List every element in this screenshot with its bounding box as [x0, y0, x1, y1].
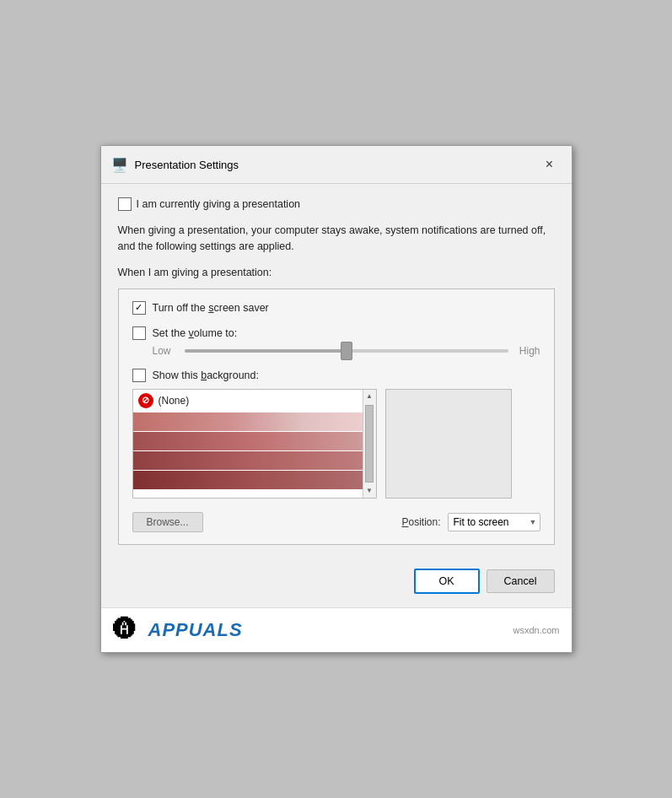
main-checkbox[interactable] — [118, 197, 132, 211]
dialog-content: I am currently giving a presentation Whe… — [101, 184, 572, 558]
position-label: Position: — [401, 516, 440, 528]
low-label: Low — [153, 345, 176, 357]
brand-icon: 🅐 — [113, 615, 143, 645]
position-area: Position: Fit to screen Center Tile Stre… — [401, 513, 540, 531]
title-bar: 🖥️ Presentation Settings × — [101, 146, 572, 184]
slider-container: Low High — [153, 345, 540, 357]
brand-name: APPUALS — [148, 619, 243, 641]
background-top: Show this background: — [132, 369, 540, 382]
window-title: Presentation Settings — [135, 159, 239, 171]
volume-row: Set the volume to: Low High — [132, 326, 540, 357]
ok-button[interactable]: OK — [414, 569, 480, 594]
cancel-button[interactable]: Cancel — [487, 569, 555, 593]
none-label: (None) — [159, 395, 190, 407]
section-label: When I am giving a presentation: — [118, 267, 555, 278]
settings-box: Turn off the screen saver Set the volume… — [118, 288, 555, 545]
title-bar-left: 🖥️ Presentation Settings — [111, 158, 239, 171]
slider-thumb[interactable] — [341, 342, 352, 360]
slider-fill — [185, 349, 347, 353]
brand-url: wsxdn.com — [513, 625, 559, 635]
browse-button[interactable]: Browse... — [132, 512, 203, 532]
high-label: High — [517, 345, 540, 357]
background-checkbox[interactable] — [132, 369, 146, 382]
scroll-down-arrow[interactable]: ▼ — [363, 484, 376, 498]
close-button[interactable]: × — [538, 153, 562, 176]
list-item[interactable]: ⊘ (None) — [133, 390, 376, 412]
list-item[interactable] — [133, 432, 376, 450]
bottom-controls: Browse... Position: Fit to screen Center… — [132, 512, 540, 532]
volume-top: Set the volume to: — [132, 326, 540, 340]
scroll-thumb[interactable] — [365, 405, 374, 483]
dialog-window: 🖥️ Presentation Settings × I am currentl… — [100, 145, 573, 653]
background-panels: ⊘ (None) ▲ ▼ — [132, 389, 540, 499]
no-icon: ⊘ — [138, 393, 153, 408]
main-checkbox-label: I am currently giving a presentation — [137, 198, 301, 210]
background-section: Show this background: ⊘ (None) — [132, 369, 540, 532]
description-text: When giving a presentation, your compute… — [118, 223, 555, 255]
branding-bar: 🅐 APPUALS wsxdn.com — [101, 607, 572, 652]
volume-label: Set the volume to: — [153, 327, 238, 339]
position-select[interactable]: Fit to screen Center Tile Stretch Fill S… — [448, 513, 540, 531]
background-list[interactable]: ⊘ (None) ▲ ▼ — [132, 389, 377, 499]
list-item[interactable] — [133, 412, 376, 431]
main-checkbox-row: I am currently giving a presentation — [118, 197, 555, 211]
screen-saver-checkbox[interactable] — [132, 301, 146, 315]
select-wrapper: Fit to screen Center Tile Stretch Fill S… — [448, 513, 540, 531]
scroll-up-arrow[interactable]: ▲ — [363, 390, 376, 403]
background-preview — [385, 389, 512, 499]
scrollbar[interactable]: ▲ ▼ — [363, 390, 376, 498]
volume-checkbox[interactable] — [132, 326, 146, 340]
volume-slider-track[interactable] — [185, 349, 508, 353]
dialog-footer: OK Cancel — [101, 558, 572, 607]
brand-logo: 🅐 APPUALS — [113, 615, 243, 645]
list-item[interactable] — [133, 451, 376, 470]
screen-saver-row: Turn off the screen saver — [132, 301, 540, 315]
list-item[interactable] — [133, 471, 376, 489]
presentation-icon: 🖥️ — [111, 158, 128, 171]
background-label: Show this background: — [153, 369, 259, 381]
screen-saver-label: Turn off the screen saver — [153, 302, 269, 314]
